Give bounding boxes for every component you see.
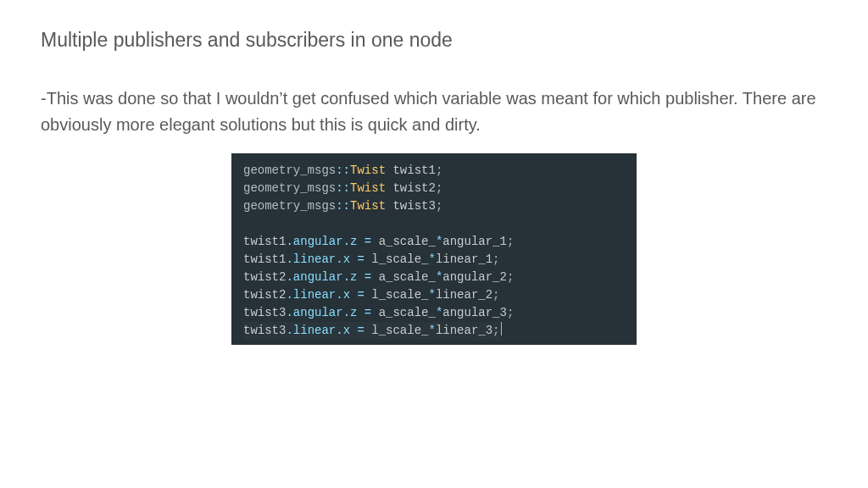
code-token-semi: ;: [436, 199, 442, 213]
code-token-scope: ::: [336, 164, 350, 177]
code-token-mul: *: [428, 324, 435, 337]
code-token-obj: twist3: [243, 306, 286, 319]
code-token-eq: =: [350, 252, 371, 266]
code-token-semi: ;: [492, 252, 499, 266]
slide: Multiple publishers and subscribers in o…: [0, 0, 868, 345]
code-token-rhs: linear_1: [436, 252, 492, 266]
code-token-mul: *: [428, 288, 435, 302]
code-token-rhs: a_scale_: [379, 270, 436, 284]
code-token-chain: .angular.z: [286, 235, 357, 248]
code-token-scope: ::: [336, 181, 350, 195]
code-token-chain: .linear.x: [286, 288, 350, 302]
code-token-class: Twist: [350, 164, 386, 177]
code-token-semi: ;: [507, 270, 514, 284]
code-token-rhs: l_scale_: [371, 324, 428, 337]
code-token-mul: *: [428, 252, 435, 266]
code-token-obj: twist1: [243, 252, 286, 266]
code-token-rhs: a_scale_: [379, 306, 436, 319]
code-token-rhs: angular_3: [442, 306, 507, 319]
code-token-obj: twist1: [243, 235, 286, 248]
code-token-eq: =: [350, 288, 371, 302]
code-token-rhs: angular_2: [442, 270, 507, 284]
code-token-chain: .linear.x: [286, 324, 350, 337]
code-token-rhs: angular_1: [442, 235, 507, 248]
code-token-rhs: linear_3: [436, 324, 492, 337]
code-token-namespace: geometry_msgs: [243, 199, 336, 213]
code-token-chain: .angular.z: [286, 270, 357, 284]
code-token-var: twist2: [392, 181, 435, 195]
code-token-semi: ;: [507, 235, 514, 248]
code-token-class: Twist: [350, 199, 386, 213]
code-token-eq: =: [357, 306, 378, 319]
code-token-chain: .linear.x: [286, 252, 350, 266]
page-title: Multiple publishers and subscribers in o…: [41, 29, 827, 52]
code-token-obj: twist3: [243, 324, 286, 337]
code-token-semi: ;: [492, 324, 499, 337]
code-token-rhs: linear_2: [436, 288, 492, 302]
code-token-eq: =: [357, 270, 378, 284]
code-wrap: geometry_msgs::Twist twist1; geometry_ms…: [41, 153, 827, 345]
code-token-class: Twist: [350, 181, 386, 195]
code-token-obj: twist2: [243, 288, 286, 302]
code-token-eq: =: [357, 235, 378, 248]
code-token-semi: ;: [436, 181, 442, 195]
code-token-chain: .angular.z: [286, 306, 357, 319]
text-cursor-icon: [501, 322, 502, 336]
code-token-semi: ;: [492, 288, 499, 302]
code-token-semi: ;: [507, 306, 514, 319]
code-token-rhs: l_scale_: [371, 252, 428, 266]
code-block: geometry_msgs::Twist twist1; geometry_ms…: [231, 153, 637, 345]
code-token-obj: twist2: [243, 270, 286, 284]
code-token-semi: ;: [436, 164, 442, 177]
code-token-namespace: geometry_msgs: [243, 164, 336, 177]
code-token-scope: ::: [336, 199, 350, 213]
code-token-namespace: geometry_msgs: [243, 181, 336, 195]
code-token-eq: =: [350, 324, 371, 337]
code-token-var: twist1: [392, 164, 435, 177]
code-token-rhs: a_scale_: [379, 235, 436, 248]
code-token-rhs: l_scale_: [371, 288, 428, 302]
body-paragraph: -This was done so that I wouldn’t get co…: [41, 86, 821, 138]
code-token-var: twist3: [392, 199, 435, 213]
